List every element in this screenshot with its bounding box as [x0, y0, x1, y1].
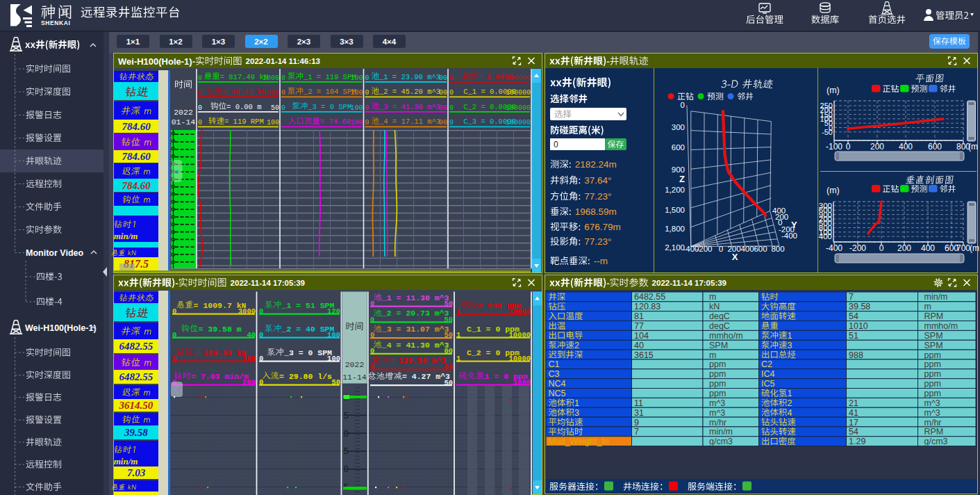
svg-text:<: <: [174, 169, 178, 177]
svg-text:(m): (m): [827, 86, 840, 95]
svg-text:2,100: 2,100: [665, 243, 685, 252]
svg-text:m^3: m^3: [924, 398, 940, 408]
svg-text:500: 500: [267, 89, 279, 97]
svg-text:120.83: 120.83: [634, 302, 661, 311]
svg-text:1010: 1010: [849, 321, 868, 331]
svg-text:= 119 RPM: = 119 RPM: [224, 117, 264, 126]
svg-text:2: 2: [574, 341, 579, 350]
svg-text:77.23°: 77.23°: [584, 236, 611, 247]
svg-text:900: 900: [672, 165, 685, 174]
svg-text:200: 200: [897, 243, 911, 253]
svg-text:-: -: [606, 278, 609, 289]
svg-text:11-14: 11-14: [342, 373, 367, 382]
svg-text:degC: degC: [709, 311, 730, 321]
svg-text:51: 51: [849, 331, 858, 341]
svg-text:= 130.50 m^3: = 130.50 m^3: [389, 356, 447, 365]
svg-text:784.60: 784.60: [122, 151, 151, 162]
svg-text:m^3: m^3: [709, 408, 725, 418]
svg-text:0: 0: [198, 89, 202, 97]
svg-text:_4 = 41.30 m^3: _4 = 41.30 m^3: [381, 341, 449, 350]
svg-text:0: 0: [172, 355, 176, 363]
svg-text:6482.55: 6482.55: [119, 371, 153, 382]
svg-text:C2: C2: [761, 359, 772, 369]
svg-text:3×3: 3×3: [340, 38, 354, 46]
svg-text:104: 104: [634, 331, 649, 341]
svg-text:3: 3: [788, 341, 792, 350]
svg-text:3615: 3615: [634, 350, 654, 360]
svg-text:2022-11-14 17:05:39: 2022-11-14 17:05:39: [231, 279, 305, 287]
svg-text:-100: -100: [826, 142, 842, 152]
svg-text:1.29: 1.29: [849, 437, 865, 446]
svg-text:54: 54: [849, 311, 858, 321]
svg-text:39.58: 39.58: [849, 302, 870, 311]
svg-text:1 = 0 ppm: 1 = 0 ppm: [485, 372, 528, 381]
svg-text:0: 0: [281, 74, 285, 82]
svg-text:1: 1: [456, 355, 460, 363]
svg-text:Monitor Video: Monitor Video: [26, 248, 83, 258]
svg-text:0: 0: [259, 331, 263, 339]
svg-text:(m): (m): [827, 186, 840, 195]
svg-text:_1 = 23.90 m^3: _1 = 23.90 m^3: [379, 73, 440, 81]
svg-text:Wei-H100(Hole-1): Wei-H100(Hole-1): [25, 323, 97, 333]
svg-text:= 7.03 min/m: = 7.03 min/m: [191, 372, 249, 381]
svg-text:_3 = 0 SPM: _3 = 0 SPM: [307, 103, 351, 111]
svg-text:700: 700: [956, 243, 970, 253]
svg-text:m: m: [709, 350, 716, 360]
svg-text:RPM: RPM: [924, 427, 944, 437]
svg-text:= 1009.7 kN: = 1009.7 kN: [194, 301, 247, 310]
svg-text:0: 0: [172, 307, 176, 316]
svg-text:_2 = 40 SPM: _2 = 40 SPM: [281, 325, 335, 334]
svg-text:_3 = 31.07 m^3: _3 = 31.07 m^3: [381, 325, 449, 334]
svg-text:C1: C1: [549, 359, 560, 369]
svg-text:0: 0: [172, 331, 176, 339]
svg-text:1×3: 1×3: [212, 38, 226, 46]
svg-text:0: 0: [681, 101, 685, 109]
svg-text:0: 0: [344, 430, 349, 439]
svg-text:_2 = 20.73 m^3: _2 = 20.73 m^3: [381, 309, 449, 318]
svg-text:_2 = 104 SPM: _2 = 104 SPM: [303, 88, 356, 96]
svg-text:0: 0: [259, 378, 263, 387]
svg-text:g/cm3: g/cm3: [709, 437, 733, 446]
svg-text:ppm: ppm: [924, 350, 941, 360]
svg-text:100: 100: [351, 104, 363, 112]
svg-text:min/m: min/m: [709, 427, 733, 437]
svg-text:(m: (m: [970, 243, 979, 253]
svg-text:54: 54: [849, 427, 858, 437]
svg-text:Z: Z: [679, 174, 685, 184]
svg-text:784.60: 784.60: [122, 180, 151, 191]
svg-text:77: 77: [634, 321, 644, 331]
svg-text:_4 = 17.11 m^3: _4 = 17.11 m^3: [379, 117, 440, 126]
svg-text:= 0.0000: = 0.0000: [478, 73, 513, 81]
svg-text:m: m: [709, 292, 716, 302]
svg-text:17: 17: [849, 418, 858, 428]
svg-text:2: 2: [788, 398, 792, 408]
svg-text:0: 0: [554, 140, 558, 149]
svg-text:0: 0: [846, 142, 851, 152]
svg-text:7: 7: [849, 292, 854, 302]
svg-text:2022: 2022: [345, 360, 365, 369]
svg-text:mmho/m: mmho/m: [709, 331, 743, 341]
svg-text:800: 800: [771, 245, 784, 253]
svg-text:0: 0: [365, 104, 369, 112]
svg-text:1: 1: [788, 389, 792, 398]
svg-text:= 74.60: = 74.60: [320, 117, 351, 126]
svg-text:600: 600: [754, 245, 767, 253]
svg-text:400: 400: [899, 142, 913, 152]
svg-text:NC5: NC5: [549, 389, 566, 398]
svg-text:400: 400: [740, 245, 754, 253]
svg-text:0: 0: [259, 355, 263, 363]
svg-text:2×2: 2×2: [254, 38, 268, 46]
svg-text:1,500: 1,500: [665, 206, 685, 214]
svg-text:77.23°: 77.23°: [584, 191, 611, 202]
svg-text:1×1: 1×1: [126, 38, 140, 46]
svg-text:100: 100: [351, 119, 363, 127]
svg-text:= 988 ppm: = 988 ppm: [478, 301, 521, 310]
svg-text:0: 0: [449, 89, 454, 97]
svg-text:= 817.49 kN: = 817.49 kN: [220, 73, 268, 81]
svg-text:= 39.58 m: = 39.58 m: [199, 325, 242, 334]
svg-text:RPM: RPM: [924, 311, 944, 321]
svg-text:C3: C3: [549, 369, 560, 379]
svg-text:41: 41: [849, 408, 858, 418]
svg-text:-: -: [606, 56, 609, 67]
svg-text:600: 600: [928, 142, 942, 152]
